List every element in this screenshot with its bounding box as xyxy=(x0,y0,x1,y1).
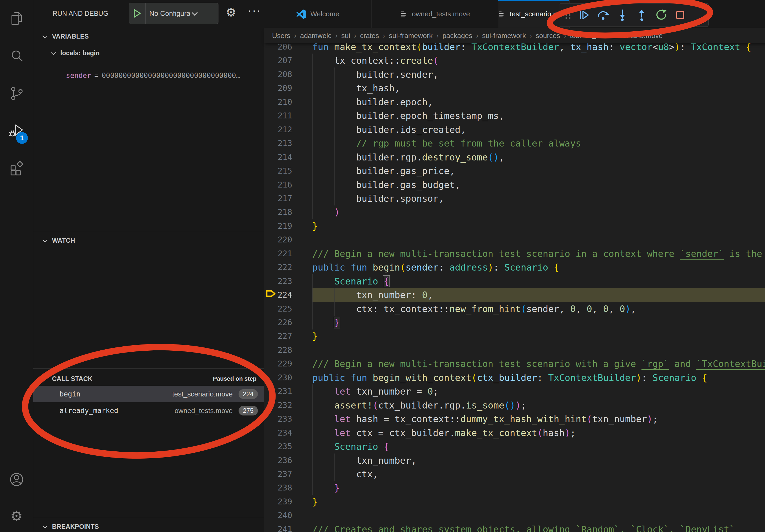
variables-section-header[interactable]: VARIABLES xyxy=(33,30,264,43)
code-line-content: txn_number: 0, xyxy=(312,288,433,302)
breadcrumb-item-adamwelc[interactable]: adamwelc xyxy=(300,32,332,40)
line-number[interactable]: 227 xyxy=(264,329,292,343)
indent-guide xyxy=(334,136,335,150)
line-number[interactable]: 209 xyxy=(264,81,292,95)
chevron-down-icon xyxy=(192,10,198,16)
chevron-down-icon xyxy=(51,50,56,55)
toolbar-drag-grip-icon[interactable] xyxy=(562,6,574,24)
line-number[interactable]: 206 xyxy=(264,43,292,54)
sidebar-more-actions-icon[interactable]: ··· xyxy=(248,4,261,17)
debug-settings-gear-icon[interactable]: ⚙ xyxy=(226,6,236,18)
line-number[interactable]: 212 xyxy=(264,123,292,136)
line-number[interactable]: 211 xyxy=(264,109,292,123)
activity-item-explorer[interactable] xyxy=(0,4,33,34)
breadcrumb-item-sui-framework[interactable]: sui-framework xyxy=(482,32,526,40)
breadcrumb-item-test[interactable]: test xyxy=(570,32,581,40)
activity-item-search[interactable] xyxy=(0,41,33,71)
line-number[interactable]: 216 xyxy=(264,178,292,192)
line-number[interactable]: 238 xyxy=(264,481,292,495)
debug-continue-button[interactable] xyxy=(574,6,593,24)
activity-item-source-control[interactable] xyxy=(0,78,33,108)
line-number[interactable]: 230 xyxy=(264,371,292,385)
debug-config-control[interactable]: No Configura xyxy=(129,3,219,24)
line-number[interactable]: 219 xyxy=(264,219,292,233)
line-number[interactable]: 222 xyxy=(264,260,292,274)
code-editor[interactable]: 206fun make_tx_context(builder: TxContex… xyxy=(264,43,765,532)
code-line-221: 221/// Begin a new multi-transaction tes… xyxy=(264,247,765,261)
breadcrumb-file-item[interactable]: test_scenario.move xyxy=(591,32,663,40)
tab-owned_tests.move[interactable]: owned_tests.move xyxy=(372,0,498,28)
debug-config-dropdown[interactable]: No Configura xyxy=(149,9,190,18)
line-number[interactable]: 220 xyxy=(264,233,292,247)
indent-guide xyxy=(334,302,335,316)
line-number[interactable]: 232 xyxy=(264,398,292,412)
line-number[interactable]: 237 xyxy=(264,467,292,481)
line-number[interactable]: 235 xyxy=(264,439,292,453)
indent-guide xyxy=(334,109,335,123)
line-number[interactable]: 226 xyxy=(264,316,292,330)
code-line-228: 228 xyxy=(264,343,765,357)
line-number[interactable]: 231 xyxy=(264,385,292,398)
equals-sign: = xyxy=(94,72,99,80)
line-number[interactable]: 214 xyxy=(264,150,292,164)
code-line-224: 224txn_number: 0, xyxy=(264,288,765,302)
activity-item-account[interactable] xyxy=(0,464,33,494)
line-number[interactable]: 215 xyxy=(264,164,292,178)
call-stack-section-header[interactable]: CALL STACK Paused on step xyxy=(33,372,264,386)
tab-Welcome[interactable]: Welcome xyxy=(264,0,372,28)
line-number[interactable]: 210 xyxy=(264,95,292,109)
debug-stop-button[interactable] xyxy=(671,6,690,24)
line-number[interactable]: 229 xyxy=(264,357,292,371)
code-line-content: tx_hash, xyxy=(312,81,400,95)
debug-step-over-button[interactable] xyxy=(593,6,613,24)
breadcrumb-item-sui-framework[interactable]: sui-framework xyxy=(389,32,432,40)
debug-step-out-button[interactable] xyxy=(632,6,651,24)
code-line-content: ctx, xyxy=(312,467,378,481)
code-line-content: let txn_number = 0; xyxy=(312,385,438,398)
call-stack-frame-already_marked[interactable]: already_marked owned_tests.move 275 xyxy=(33,402,264,419)
code-line-226: 226} xyxy=(264,316,765,330)
move-file-icon xyxy=(498,10,505,18)
activity-bar: 1⚙ xyxy=(0,0,33,532)
indent-guide xyxy=(334,164,335,178)
sidebar-title: RUN AND DEBUG xyxy=(53,10,108,17)
start-debug-button[interactable] xyxy=(129,3,146,24)
code-line-208: 208builder.sender, xyxy=(264,68,765,82)
line-number[interactable]: 234 xyxy=(264,426,292,440)
activity-item-settings[interactable]: ⚙ xyxy=(0,501,33,531)
code-line-233: 233let hash = tx_context::dummy_tx_hash_… xyxy=(264,412,765,426)
watch-section-header[interactable]: WATCH xyxy=(33,234,264,247)
line-number[interactable]: 239 xyxy=(264,495,292,509)
call-stack-frame-begin[interactable]: begin test_scenario.move 224 xyxy=(33,386,264,402)
line-number[interactable]: 240 xyxy=(264,508,292,522)
breadcrumb-item-sources[interactable]: sources xyxy=(536,32,560,40)
line-number[interactable]: 225 xyxy=(264,302,292,316)
debug-restart-button[interactable] xyxy=(651,6,671,24)
breadcrumb-item-packages[interactable]: packages xyxy=(442,32,472,40)
indent-guide xyxy=(312,95,313,109)
line-number[interactable]: 233 xyxy=(264,412,292,426)
scope-label: locals: begin xyxy=(60,49,100,57)
line-number[interactable]: 217 xyxy=(264,191,292,205)
line-number[interactable]: 208 xyxy=(264,68,292,82)
debug-step-into-button[interactable] xyxy=(613,6,632,24)
line-number[interactable]: 228 xyxy=(264,343,292,357)
line-number[interactable]: 218 xyxy=(264,205,292,219)
variables-label: VARIABLES xyxy=(52,33,89,40)
activity-item-run-and-debug[interactable]: 1 xyxy=(0,116,33,145)
line-number[interactable]: 241 xyxy=(264,522,292,532)
line-number[interactable]: 221 xyxy=(264,247,292,261)
line-number[interactable]: 223 xyxy=(264,274,292,288)
variables-scope-row[interactable]: locals: begin xyxy=(33,46,264,60)
breadcrumb-item-Users[interactable]: Users xyxy=(272,32,290,40)
line-number[interactable]: 213 xyxy=(264,136,292,150)
activity-item-extensions[interactable] xyxy=(0,153,33,183)
breadcrumb-item-crates[interactable]: crates xyxy=(360,32,379,40)
line-number[interactable]: 207 xyxy=(264,54,292,68)
indent-guide xyxy=(312,205,313,219)
breadcrumb-item-sui[interactable]: sui xyxy=(341,32,350,40)
line-number[interactable]: 236 xyxy=(264,453,292,467)
debug-current-line-arrow-icon xyxy=(266,288,276,302)
variable-row[interactable]: sender = 0000000000000000000000000000000… xyxy=(33,69,264,83)
breakpoints-section-header[interactable]: BREAKPOINTS xyxy=(33,520,264,532)
